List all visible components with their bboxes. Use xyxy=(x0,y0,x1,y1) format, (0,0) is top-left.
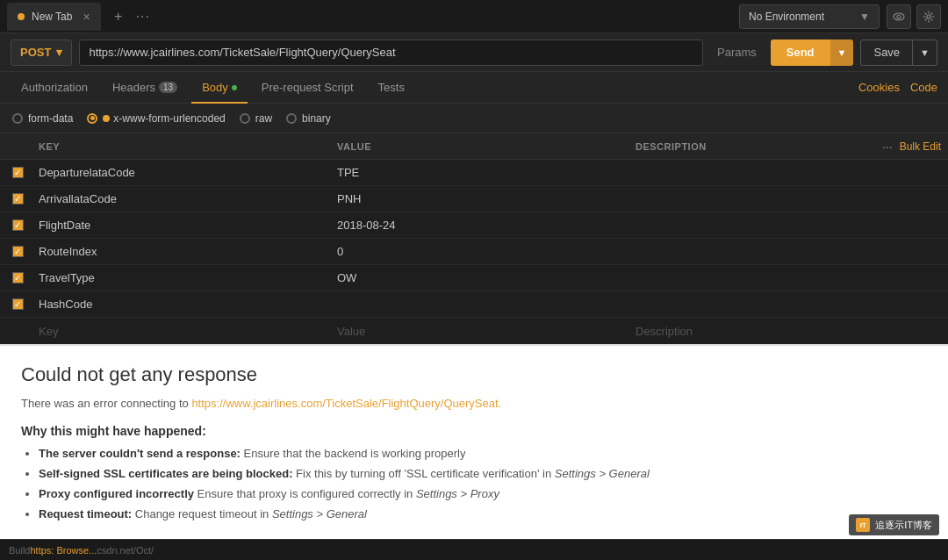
method-selector[interactable]: POST ▾ xyxy=(11,39,72,66)
binary-radio[interactable]: binary xyxy=(286,112,331,125)
params-button[interactable]: Params xyxy=(710,46,764,59)
row-3-checkbox[interactable] xyxy=(12,219,24,231)
bulk-edit-button[interactable]: Bulk Edit xyxy=(900,140,941,153)
table-more-button[interactable]: ··· xyxy=(882,140,893,154)
environment-selector[interactable]: No Environment ▼ xyxy=(739,4,880,29)
table-row: RouteIndex 0 xyxy=(0,239,948,265)
table-row: HashCode xyxy=(0,291,948,318)
response-url-link[interactable]: https://www.jcairlines.com/TicketSale/Fl… xyxy=(191,397,501,410)
description-column-header: DESCRIPTION xyxy=(628,141,874,152)
tab-dot xyxy=(18,13,25,20)
binary-radio-circle xyxy=(286,113,297,124)
tab-headers[interactable]: Headers 13 xyxy=(102,72,188,104)
tab-prerequest[interactable]: Pre-request Script xyxy=(251,72,364,104)
row-4-checkbox[interactable] xyxy=(12,246,24,257)
row-5-checkbox[interactable] xyxy=(12,272,24,284)
why-title: Why this might have happened: xyxy=(21,424,927,438)
save-dropdown-button[interactable]: ▼ xyxy=(913,39,937,66)
row-2-value[interactable]: PNH xyxy=(330,192,628,205)
method-label: POST xyxy=(20,46,51,59)
send-dropdown-button[interactable]: ▼ xyxy=(830,39,854,66)
request-bar: POST ▾ Params Send ▼ Save ▼ xyxy=(0,33,948,72)
save-button[interactable]: Save xyxy=(860,39,913,66)
tab-body[interactable]: Body xyxy=(191,72,248,104)
list-item: The server couldn't send a response: Ens… xyxy=(39,447,927,460)
row-1-value[interactable]: TPE xyxy=(330,166,628,179)
table-row: ArrivallataCode PNH xyxy=(0,186,948,212)
response-area: Could not get any response There was an … xyxy=(0,344,948,560)
placeholder-key[interactable]: Key xyxy=(32,325,330,338)
send-button-group: Send ▼ xyxy=(771,39,854,66)
body-type-row: form-data x-www-form-urlencoded raw bina… xyxy=(0,104,948,133)
top-icons xyxy=(887,4,941,29)
urlencoded-active-dot xyxy=(103,115,110,122)
row-4-key[interactable]: RouteIndex xyxy=(32,245,330,258)
headers-badge: 13 xyxy=(159,82,177,93)
placeholder-value[interactable]: Value xyxy=(330,325,628,338)
cookies-link[interactable]: Cookies xyxy=(858,81,900,94)
settings-button[interactable] xyxy=(916,4,941,29)
status-bar: Build https: Browse... csdn.net/Oct/ xyxy=(0,539,948,560)
status-link[interactable]: https: Browse... xyxy=(30,545,97,556)
tab-more-button[interactable]: ··· xyxy=(136,9,150,25)
tab-tests[interactable]: Tests xyxy=(368,72,415,104)
watermark-icon: IT xyxy=(856,518,870,532)
form-data-radio[interactable]: form-data xyxy=(12,112,73,125)
table-row: DeparturelataCode TPE xyxy=(0,160,948,186)
table-actions: ··· Bulk Edit xyxy=(874,140,944,154)
request-tabs: Authorization Headers 13 Body Pre-reques… xyxy=(0,72,948,104)
tab-label: New Tab xyxy=(32,11,72,23)
table-row: TravelType OW xyxy=(0,265,948,291)
tab-authorization[interactable]: Authorization xyxy=(11,72,98,104)
list-item: Proxy configured incorrectly Ensure that… xyxy=(39,487,927,500)
watermark: IT 追逐示IT博客 xyxy=(849,514,939,535)
placeholder-description[interactable]: Description xyxy=(628,325,944,338)
new-tab-button[interactable]: + xyxy=(108,6,129,27)
watermark-text: 追逐示IT博客 xyxy=(875,519,932,532)
env-selector-arrow: ▼ xyxy=(859,11,870,23)
row-5-value[interactable]: OW xyxy=(330,271,628,284)
row-2-checkbox[interactable] xyxy=(12,193,24,205)
response-title: Could not get any response xyxy=(21,363,927,386)
response-description: There was an error connecting to https:/… xyxy=(21,397,927,410)
raw-radio-circle xyxy=(240,113,250,124)
save-button-group: Save ▼ xyxy=(860,39,937,66)
tab-close-button[interactable]: × xyxy=(83,10,90,24)
list-item: Request timeout: Change request timeout … xyxy=(39,507,927,521)
urlencoded-radio[interactable]: x-www-form-urlencoded xyxy=(87,112,225,125)
row-1-checkbox[interactable] xyxy=(12,167,24,178)
form-data-radio-circle xyxy=(12,113,23,124)
env-selector-label: No Environment xyxy=(749,11,824,23)
urlencoded-radio-circle xyxy=(87,113,97,124)
placeholder-row: Key Value Description xyxy=(0,318,948,344)
svg-point-1 xyxy=(897,15,901,18)
row-6-checkbox[interactable] xyxy=(12,298,24,310)
row-1-key[interactable]: DeparturelataCode xyxy=(32,166,330,179)
tabs-right-links: Cookies Code xyxy=(858,81,937,94)
value-column-header: VALUE xyxy=(330,141,628,152)
code-link[interactable]: Code xyxy=(910,81,937,94)
why-list: The server couldn't send a response: Ens… xyxy=(21,447,927,521)
list-item: Self-signed SSL certificates are being b… xyxy=(39,467,927,480)
key-column-header: KEY xyxy=(32,141,330,152)
table-header-row: KEY VALUE DESCRIPTION ··· Bulk Edit xyxy=(0,133,948,160)
row-5-key[interactable]: TravelType xyxy=(32,271,330,284)
eye-button[interactable] xyxy=(887,4,911,29)
params-table: KEY VALUE DESCRIPTION ··· Bulk Edit Depa… xyxy=(0,133,948,344)
row-4-value[interactable]: 0 xyxy=(330,245,628,258)
row-6-key[interactable]: HashCode xyxy=(32,298,330,311)
method-arrow: ▾ xyxy=(56,46,62,59)
send-button[interactable]: Send xyxy=(771,39,830,66)
svg-point-2 xyxy=(927,15,930,18)
url-input[interactable] xyxy=(79,39,703,66)
body-active-dot xyxy=(232,85,237,90)
row-3-value[interactable]: 2018-08-24 xyxy=(330,219,628,232)
raw-radio[interactable]: raw xyxy=(240,112,272,125)
status-text-2: csdn.net/Oct/ xyxy=(97,545,154,556)
active-tab[interactable]: New Tab × xyxy=(7,3,101,31)
top-bar: New Tab × + ··· No Environment ▼ xyxy=(0,0,948,33)
row-2-key[interactable]: ArrivallataCode xyxy=(32,192,330,205)
svg-point-0 xyxy=(894,13,904,20)
row-3-key[interactable]: FlightDate xyxy=(32,219,330,232)
status-text: Build xyxy=(9,545,30,556)
